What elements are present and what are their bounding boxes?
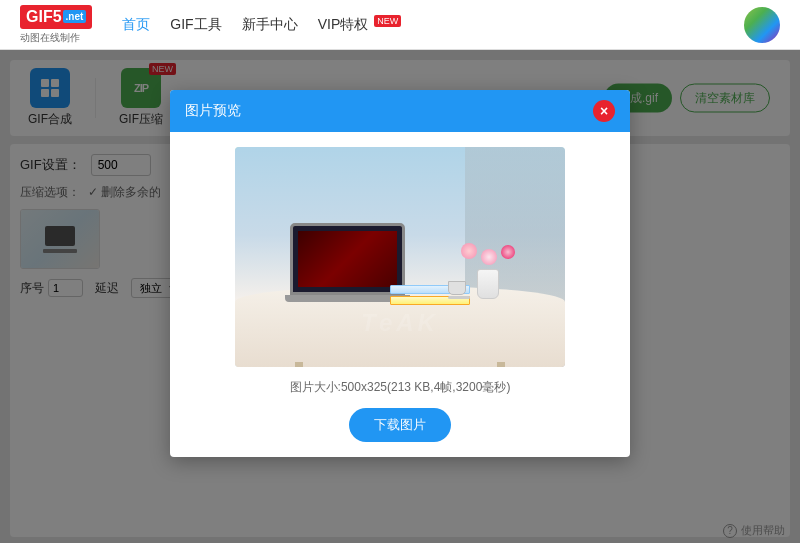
nav-home[interactable]: 首页 xyxy=(122,16,150,34)
modal-body: TeAK 图片大小:500x325(213 KB,4帧,3200毫秒) 下载图片 xyxy=(170,132,630,457)
modal-download-btn[interactable]: 下载图片 xyxy=(349,408,451,442)
logo-gif5: GIF5 .net xyxy=(20,5,92,29)
nav-vip[interactable]: VIP特权 NEW xyxy=(318,16,401,34)
scene: TeAK xyxy=(235,147,565,367)
flower-vase xyxy=(477,269,499,299)
logo-area: GIF5 .net 动图在线制作 xyxy=(20,5,92,45)
main-area: GIF合成 NEW ZIP GIF压缩 生成.gif 清空素材库 GIF设置： xyxy=(0,50,800,543)
bloom-3 xyxy=(501,245,515,259)
blooms xyxy=(461,243,515,265)
bloom-2 xyxy=(481,249,497,265)
nav-beginner[interactable]: 新手中心 xyxy=(242,16,298,34)
modal-header: 图片预览 × xyxy=(170,90,630,132)
logo-text: GIF5 xyxy=(26,8,62,26)
laptop-screen xyxy=(290,223,405,295)
modal-title: 图片预览 xyxy=(185,102,241,120)
flower-arrangement xyxy=(461,243,515,299)
avatar[interactable] xyxy=(744,7,780,43)
table-leg-right xyxy=(497,362,505,367)
vip-badge: NEW xyxy=(374,15,401,27)
header-right xyxy=(744,7,780,43)
main-nav: 首页 GIF工具 新手中心 VIP特权 NEW xyxy=(122,16,401,34)
nav-gif-tools[interactable]: GIF工具 xyxy=(170,16,221,34)
logo-dot: .net xyxy=(63,10,87,23)
preview-image: TeAK xyxy=(235,147,565,367)
laptop-screen-inner xyxy=(298,231,396,287)
modal-close-btn[interactable]: × xyxy=(593,100,615,122)
logo-sub: 动图在线制作 xyxy=(20,31,92,45)
modal: 图片预览 × xyxy=(170,90,630,457)
table-leg-left xyxy=(295,362,303,367)
header: GIF5 .net 动图在线制作 首页 GIF工具 新手中心 VIP特权 NEW xyxy=(0,0,800,50)
watermark-text: TeAK xyxy=(361,309,439,337)
modal-image-info: 图片大小:500x325(213 KB,4帧,3200毫秒) xyxy=(290,379,511,396)
bloom-1 xyxy=(461,243,477,259)
modal-overlay: 图片预览 × xyxy=(0,50,800,543)
